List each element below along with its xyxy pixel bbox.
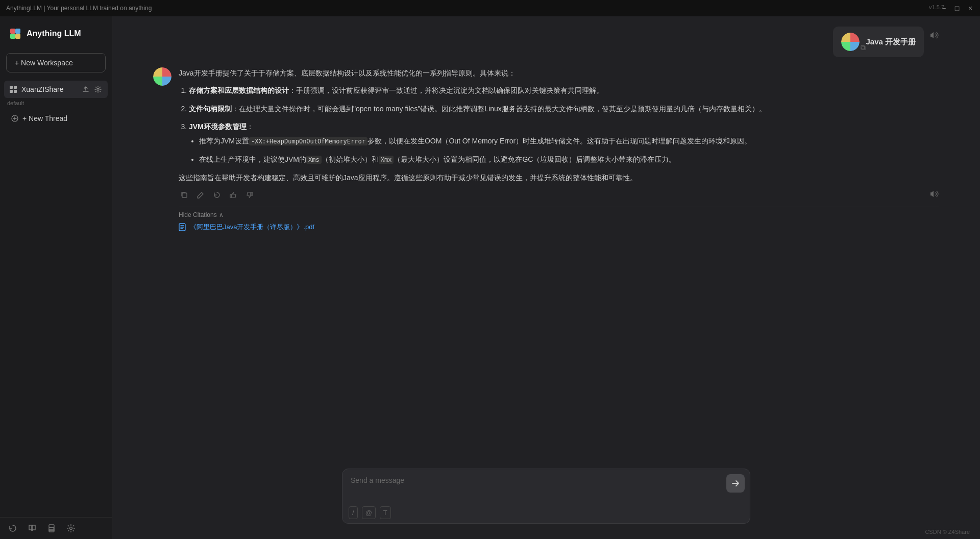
mention-button[interactable]: @ [362,506,376,519]
ai-regenerate-button[interactable] [211,189,223,201]
ai-item3-title: JVM环境参数管理 [189,122,247,131]
print-button[interactable] [47,524,56,533]
svg-point-12 [54,528,55,529]
sidebar-footer [0,517,112,539]
ai-list: 存储方案和应层数据结构的设计：手册强调，设计前应获得评审一致通过，并将决定沉淀为… [189,85,939,166]
workspace-item[interactable]: XuanZIShare [4,81,108,98]
ai-message-content: Java开发手册提供了关于于存储方案、底层数据结构设计以及系统性能优化的一系列指… [179,67,939,232]
input-area: / @ T [112,458,980,539]
svg-rect-4 [10,86,13,89]
ai-action-bar [179,189,939,201]
user-message-bubble: Java 开发手册 ⧉ [833,27,924,57]
user-copy-button[interactable]: ⧉ [859,42,868,53]
ai-item3-subitems: 推荐为JVM设置-XX:+HeapDumpOnOutOfMemoryError参… [199,135,939,166]
ai-item1-content: 手册强调，设计前应获得评审一致通过，并将决定沉淀为文档以确保团队对关键决策有共同… [296,86,603,94]
new-workspace-button[interactable]: + New Workspace [6,53,106,72]
ai-message-header: Java开发手册提供了关于于存储方案、底层数据结构设计以及系统性能优化的一系列指… [153,67,939,232]
svg-rect-5 [14,86,17,89]
svg-point-13 [70,527,72,530]
hide-citations-button[interactable]: Hide Citations ∧ [179,211,224,218]
new-thread-item[interactable]: + New Thread [6,110,106,127]
ai-item3-bullet2: 在线上生产环境中，建议使JVM的Xms（初始堆大小）和Xmx（最大堆大小）设置为… [199,154,939,166]
settings-button[interactable] [66,524,76,533]
input-wrapper [342,469,750,502]
ai-edit-button[interactable] [195,189,206,201]
ai-message-body: Java开发手册提供了关于于存储方案、底层数据结构设计以及系统性能优化的一系列指… [179,67,939,184]
ai-conclusion: 这些指南旨在帮助开发者构建稳定、高效且可维护的Java应用程序。遵循这些原则有助… [179,172,939,184]
ai-intro: Java开发手册提供了关于于存储方案、底层数据结构设计以及系统性能优化的一系列指… [179,67,939,80]
slash-command-button[interactable]: / [349,506,358,519]
user-message: Java 开发手册 ⧉ [153,27,939,57]
new-thread-label: + New Thread [22,114,67,122]
user-sound-button[interactable] [930,31,939,42]
svg-rect-17 [230,194,232,198]
svg-rect-0 [10,29,15,34]
svg-rect-6 [10,90,13,93]
workspace-icon [9,85,17,93]
text-format-button[interactable]: T [380,506,391,519]
svg-rect-7 [14,90,17,93]
send-button[interactable] [726,474,745,493]
ai-copy-button[interactable] [179,189,190,201]
watermark: CSDN © Z4Share [925,529,970,535]
logo-text: Anything LLM [27,29,81,38]
svg-rect-10 [49,525,54,527]
ai-thumbdown-button[interactable] [244,189,255,201]
restore-button[interactable]: □ [953,5,961,12]
svg-rect-16 [182,193,187,198]
svg-point-8 [97,88,99,90]
sidebar: Anything LLM + New Workspace XuanZIShare [0,16,112,539]
recycle-button[interactable] [8,524,17,533]
chat-area[interactable]: Java 开发手册 ⧉ [112,16,980,458]
svg-rect-18 [251,192,253,195]
ai-avatar [153,67,172,86]
workspace-settings-button[interactable] [93,85,103,94]
message-input[interactable] [342,469,750,500]
titlebar-controls: − □ × [940,5,974,12]
ai-message: Java开发手册提供了关于于存储方案、底层数据结构设计以及系统性能优化的一系列指… [153,67,939,232]
logo-area: Anything LLM [0,16,112,49]
citation-filename: 《阿里巴巴Java开发手册（详尽版）》.pdf [190,223,314,232]
ai-item2-content: 在处理大量文件操作时，可能会遇到"open too many files"错误。… [239,105,766,113]
ai-list-item-1: 存储方案和应层数据结构的设计：手册强调，设计前应获得评审一致通过，并将决定沉淀为… [189,85,939,97]
ai-item1-title: 存储方案和应层数据结构的设计 [189,86,289,94]
ai-thumbup-button[interactable] [228,189,239,201]
svg-rect-2 [10,34,15,39]
ai-list-item-2: 文件句柄限制：在处理大量文件操作时，可能会遇到"open too many fi… [189,103,939,115]
version-label: v1.5.7 [929,4,944,10]
ai-list-item-3: JVM环境参数管理： 推荐为JVM设置-XX:+HeapDumpOnOutOfM… [189,121,939,165]
ai-item2-title: 文件句柄限制 [189,105,232,113]
main: Java 开发手册 ⧉ [112,16,980,539]
ai-item3-bullet1: 推荐为JVM设置-XX:+HeapDumpOnOutOfMemoryError参… [199,135,939,148]
book-button[interactable] [28,524,37,533]
default-label: default [0,98,112,108]
user-message-row: Java 开发手册 ⧉ [153,27,939,57]
app: Anything LLM + New Workspace XuanZIShare [0,16,980,539]
citation-link[interactable]: 《阿里巴巴Java开发手册（详尽版）》.pdf [179,223,939,232]
user-message-title: Java 开发手册 [866,37,916,47]
close-button[interactable]: × [967,5,974,12]
workspace-actions [81,85,103,94]
user-avatar [841,33,860,51]
svg-rect-1 [15,29,20,34]
titlebar: AnythingLLM | Your personal LLM trained … [0,0,980,16]
citation-section: Hide Citations ∧ 《阿里巴巴Java开发手册（详尽版）》.pdf [179,207,939,232]
input-footer: / @ T [342,502,750,523]
titlebar-title: AnythingLLM | Your personal LLM trained … [6,5,152,12]
svg-rect-3 [15,34,20,39]
workspace-name: XuanZIShare [21,85,77,93]
input-container: / @ T [342,469,750,524]
workspace-upload-button[interactable] [81,85,90,94]
ai-sound-button[interactable] [930,189,939,201]
logo-icon [8,27,22,41]
